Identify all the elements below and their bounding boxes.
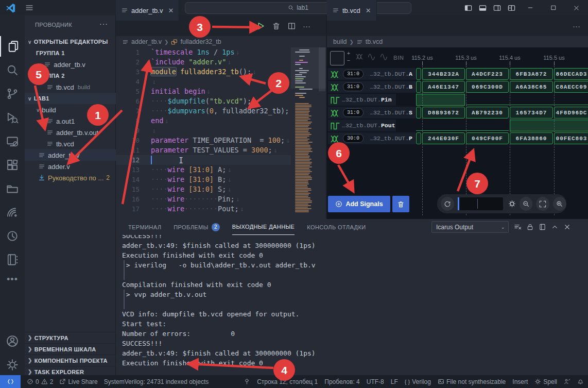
editor-scrollbar[interactable] — [319, 47, 325, 91]
activity-item-extensions[interactable] — [0, 155, 25, 175]
signal-row-p[interactable]: 30:0…32_tb.DUT.P — [328, 132, 416, 144]
wave-bus-segment[interactable]: 6FA38860 — [510, 132, 553, 144]
indexer-status[interactable]: SystemVerilog: 24731 indexed objects — [104, 378, 209, 385]
wave-bus-segment[interactable]: 049CF00F — [466, 132, 509, 144]
wave-bus-segment[interactable]: A4DCF223 — [466, 68, 509, 80]
tree-item-adder-tb-v[interactable]: ∨adder_tb.v — [25, 59, 116, 70]
settings-gear-icon[interactable] — [508, 200, 516, 208]
section-компоненты-проекта[interactable]: ❯КОМПОНЕНТЫ ПРОЕКТА — [25, 355, 116, 366]
problems-status[interactable]: 0 2 — [27, 378, 53, 385]
activity-item-account[interactable] — [0, 331, 25, 351]
wave-bit-low[interactable] — [416, 130, 509, 131]
ports-icon[interactable] — [244, 378, 250, 385]
notifications-bell-icon[interactable] — [577, 378, 584, 385]
breadcrumb[interactable]: adder_tb.v ❯ fulladder32_tb — [122, 36, 221, 47]
tree-item-tb-vcd[interactable]: tb.vcd — [25, 138, 116, 149]
trash-icon[interactable] — [272, 22, 281, 30]
tree-item-a-out1[interactable]: a.out1 — [25, 115, 116, 127]
activity-item-remote-explorer[interactable] — [0, 131, 25, 151]
eol-status[interactable]: LF — [391, 378, 398, 385]
close-panel-icon[interactable] — [563, 223, 571, 231]
zoom-out-icon[interactable] — [520, 197, 533, 211]
synthesizable-status[interactable]: File not synthesizable — [438, 378, 506, 385]
wave-bus-segment[interactable] — [416, 107, 421, 119]
signal-row-pin[interactable]: …32_tb.DUT.Pin — [328, 94, 396, 106]
bus-format-icon[interactable] — [355, 53, 365, 60]
wave-bus-segment[interactable]: 344B232A — [422, 68, 465, 80]
breadcrumb-file[interactable]: adder_tb.v — [131, 38, 162, 45]
breadcrumb-file[interactable]: tb.vcd — [366, 38, 383, 45]
command-center-search[interactable]: lab1 — [185, 2, 411, 14]
analog-wave-icon[interactable] — [368, 54, 377, 60]
language-status[interactable]: { }Verilog — [405, 378, 431, 385]
sidebar-more-icon[interactable]: ··· — [99, 20, 108, 28]
cursor-position-status[interactable]: Строка 12, столбец 1 — [257, 378, 318, 385]
toggle-sidebar-icon[interactable] — [461, 0, 475, 15]
panel-tab-выходные-данные[interactable]: ВЫХОДНЫЕ ДАННЫЕ — [232, 220, 295, 235]
wave-bus-segment[interactable]: 6FB3A872 — [510, 68, 553, 80]
wave-bit-low[interactable] — [466, 105, 588, 105]
close-button[interactable] — [565, 0, 588, 15]
activity-item-files[interactable] — [0, 36, 26, 57]
menu-icon[interactable] — [25, 4, 33, 12]
tree-item-adder-tb-v[interactable]: adder_tb.v — [25, 149, 116, 161]
live-share-status[interactable]: Live Share — [59, 378, 97, 385]
section-временная-шкала[interactable]: ❯ВРЕМЕННАЯ ШКАЛА — [25, 343, 116, 355]
format-chevron-icon[interactable]: ⌄ — [411, 54, 416, 60]
wave-bus-segment[interactable]: 86DECAD3 — [554, 68, 588, 80]
tree-item-руководство-по-[interactable]: Руководство по ...2 — [25, 172, 116, 183]
maximize-panel-icon[interactable] — [551, 223, 559, 231]
wave-bit-high[interactable] — [416, 94, 465, 106]
activity-more-icon[interactable]: ••• — [0, 269, 25, 290]
spell-status[interactable]: Spell — [534, 378, 557, 385]
tree-item-adder-tb-v-out[interactable]: adder_tb.v.out — [25, 127, 116, 138]
split-editor-icon[interactable] — [287, 22, 296, 30]
remote-indicator[interactable] — [0, 375, 21, 388]
open-in-editor-icon[interactable] — [539, 223, 546, 231]
zoom-minus-small[interactable]: − — [346, 58, 351, 63]
wave-bus-segment[interactable]: 165734D7 — [510, 107, 553, 119]
wave-bus-segment[interactable]: A46E1347 — [422, 81, 465, 93]
wave-bus-segment[interactable]: 069C300D — [466, 81, 509, 93]
remove-signals-button[interactable] — [392, 196, 409, 212]
customize-layout-icon[interactable] — [504, 0, 518, 15]
panel-tab-консоль-отладки[interactable]: КОНСОЛЬ ОТЛАДКИ — [307, 220, 366, 235]
wave-bus-segment[interactable]: 4F8D96DC — [554, 107, 588, 119]
vcd-breadcrumb[interactable]: build ❯ tb.vcd — [333, 36, 588, 47]
signal-row-s[interactable]: 31:0…32_tb.DUT.S — [328, 107, 416, 119]
toggle-secondary-sidebar-icon[interactable] — [490, 0, 504, 15]
time-input[interactable] — [458, 197, 503, 210]
wave-bus-segment[interactable] — [416, 81, 421, 93]
editor-more-icon[interactable]: ··· — [303, 22, 310, 30]
wave-bus-segment[interactable]: A6A38C65 — [510, 81, 553, 93]
zoom-in-icon[interactable] — [553, 197, 566, 211]
section-структура[interactable]: ❯СТРУКТУРА — [25, 332, 116, 343]
wave-bus-segment[interactable] — [416, 132, 421, 144]
lock-icon[interactable] — [526, 223, 534, 231]
activity-item-search[interactable] — [0, 60, 25, 80]
wave-bus-segment[interactable]: C8AECC09 — [554, 81, 588, 93]
add-signals-button[interactable]: Add Signals — [328, 196, 390, 212]
wave-bus-segment[interactable]: 00FEC803 — [554, 132, 588, 144]
clear-output-icon[interactable] — [514, 223, 522, 231]
tab-close-icon[interactable]: ✕ — [366, 7, 371, 14]
run-button[interactable] — [256, 22, 265, 30]
signal-row-a[interactable]: 31:0…32_tb.DUT.A — [328, 68, 416, 80]
signal-row-pout[interactable]: …32_tb.DUT.Pout — [328, 120, 396, 131]
section-группа-2[interactable]: ГРУППА 2 — [25, 70, 116, 81]
activity-item-notebook[interactable] — [0, 249, 25, 270]
wave-bit-high[interactable] — [510, 120, 588, 131]
format-select[interactable]: BIN — [393, 55, 404, 61]
activity-item-history[interactable] — [0, 226, 25, 246]
minimize-button[interactable] — [518, 0, 542, 15]
breadcrumb-folder[interactable]: build — [333, 38, 347, 45]
tree-item-build[interactable]: ∨build — [25, 104, 116, 115]
tab-tb-vcd[interactable]: tb.vcd ✕ — [327, 0, 377, 21]
maximize-button[interactable] — [542, 0, 565, 15]
zoom-fit-icon[interactable] — [536, 197, 549, 211]
toggle-panel-icon[interactable] — [475, 0, 490, 15]
wave-bus-segment[interactable]: D8B93672 — [422, 107, 465, 119]
editor-more-icon[interactable]: ··· — [573, 22, 580, 30]
section-группа-1[interactable]: ГРУППА 1 — [25, 47, 116, 59]
activity-item-live-wave[interactable] — [0, 202, 25, 223]
